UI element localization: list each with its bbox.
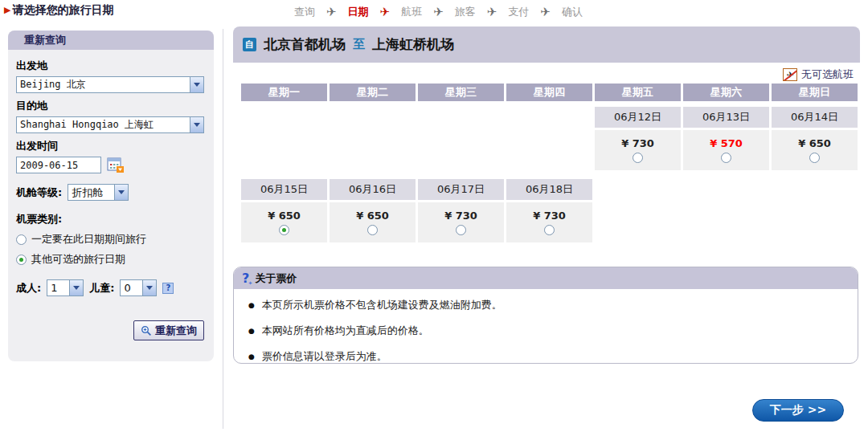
- fare-price: ¥ 730: [444, 210, 477, 222]
- fare-date: 06月16日: [330, 179, 416, 200]
- departure-city-select[interactable]: Beijing 北京: [16, 76, 204, 93]
- fare-date: 06月15日: [241, 179, 327, 200]
- departure-airport-name: 北京首都机场: [264, 35, 346, 54]
- fare-cell: 06月12日¥ 730: [595, 107, 681, 170]
- weekday-header-cell: 星期四: [506, 84, 592, 101]
- no-flight-legend: ✈ 无可选航班: [783, 67, 854, 82]
- no-flight-icon: ✈: [783, 68, 797, 81]
- main-panel: 自 北京首都机场 至 上海虹桥机场 ✈ 无可选航班 星期一星期二星期三星期四星期…: [233, 26, 860, 429]
- fare-price-box: ¥ 570: [683, 130, 769, 170]
- fare-note-item: ●票价信息请以登录后为准。: [248, 349, 858, 364]
- fare-price: ¥ 650: [798, 137, 831, 149]
- passenger-row: 成人: 1 儿童: 0 ?: [16, 279, 206, 296]
- fare-radio[interactable]: [367, 225, 378, 235]
- weekday-header-cell: 星期三: [418, 84, 504, 101]
- ticket-option-1: 一定要在此日期期间旅行: [16, 232, 206, 247]
- fare-date: 06月17日: [418, 179, 504, 200]
- fare-cell: 06月15日¥ 650: [241, 179, 327, 242]
- empty-cell: [595, 179, 681, 242]
- cabin-class-select[interactable]: 折扣舱: [68, 184, 129, 201]
- ticket-option-label: 一定要在此日期期间旅行: [31, 232, 146, 247]
- route-header: 自 北京首都机场 至 上海虹桥机场: [233, 26, 860, 63]
- fare-price: ¥ 650: [268, 210, 301, 222]
- fare-radio[interactable]: [633, 153, 643, 163]
- empty-cell: [330, 107, 416, 170]
- destination-city-select[interactable]: Shanghai Hongqiao 上海虹: [16, 116, 204, 133]
- plane-separator-icon: ✈: [380, 6, 391, 18]
- fare-radio[interactable]: [279, 225, 289, 235]
- destination-city-value: Shanghai Hongqiao 上海虹: [17, 117, 190, 132]
- breadcrumb: 查询✈日期✈航班✈旅客✈支付✈确认: [294, 5, 583, 19]
- research-button[interactable]: 重新查询: [133, 320, 204, 340]
- calendar-icon[interactable]: [107, 157, 124, 173]
- departure-date-input[interactable]: [16, 157, 101, 173]
- empty-cell: [241, 107, 327, 170]
- departure-date-row: [16, 157, 206, 173]
- departure-city-label: 出发地: [16, 59, 206, 73]
- fare-cell: 06月14日¥ 650: [772, 107, 858, 170]
- chevron-down-icon[interactable]: [190, 117, 203, 132]
- fare-radio[interactable]: [544, 225, 555, 235]
- fare-price: ¥ 570: [710, 137, 743, 149]
- fare-cell: 06月17日¥ 730: [418, 179, 504, 242]
- chevron-down-icon[interactable]: [114, 185, 128, 200]
- calendar-row-2: 06月15日¥ 65006月16日¥ 65006月17日¥ 73006月18日¥…: [241, 179, 858, 242]
- fare-price-box: ¥ 650: [772, 130, 858, 170]
- weekday-header-cell: 星期五: [595, 84, 681, 101]
- breadcrumb-step-5: 支付: [508, 5, 529, 19]
- next-step-button[interactable]: 下一步 >>: [752, 399, 844, 422]
- empty-cell: [418, 107, 504, 170]
- plane-separator-icon: ✈: [433, 6, 444, 18]
- fare-price-box: ¥ 650: [330, 202, 416, 242]
- plane-separator-icon: ✈: [540, 6, 551, 18]
- fare-date: 06月18日: [506, 179, 592, 200]
- weekday-header-cell: 星期日: [772, 84, 858, 101]
- child-label: 儿童:: [89, 281, 114, 295]
- fare-radio[interactable]: [456, 225, 466, 235]
- fare-note-item: ●本页所示机票价格不包含机场建设费及燃油附加费。: [248, 298, 858, 312]
- adult-count-value: 1: [47, 280, 69, 295]
- empty-cell: [506, 107, 592, 170]
- bullet-icon: ●: [248, 327, 255, 335]
- fare-price-box: ¥ 730: [506, 202, 592, 242]
- fare-date: 06月14日: [772, 107, 858, 128]
- cabin-class-label: 机舱等级:: [16, 185, 62, 200]
- sidebar-title: 重新查询: [8, 31, 214, 50]
- plane-separator-icon: ✈: [487, 6, 497, 18]
- cabin-class-row: 机舱等级: 折扣舱: [16, 184, 206, 201]
- adult-count-select[interactable]: 1: [47, 279, 84, 296]
- bullet-icon: ●: [248, 301, 255, 309]
- fare-price-box: ¥ 730: [595, 130, 681, 170]
- calendar-row-1: 06月12日¥ 73006月13日¥ 57006月14日¥ 650: [241, 107, 858, 170]
- child-count-select[interactable]: 0: [120, 279, 157, 296]
- destination-city-label: 目的地: [16, 99, 206, 113]
- fare-radio[interactable]: [721, 153, 731, 163]
- fare-price-box: ¥ 650: [241, 202, 327, 242]
- child-count-value: 0: [121, 280, 142, 295]
- fare-notes-box: ?✦ 关于票价 ●本页所示机票价格不包含机场建设费及燃油附加费。●本网站所有价格…: [233, 267, 858, 364]
- fare-price-box: ¥ 730: [418, 202, 504, 242]
- fare-note-item: ●本网站所有价格均为直减后的价格。: [248, 324, 858, 338]
- fare-cell: 06月18日¥ 730: [506, 179, 592, 242]
- chevron-down-icon[interactable]: [69, 280, 83, 295]
- ticket-type-label: 机票类别:: [16, 212, 206, 226]
- fare-note-text: 票价信息请以登录后为准。: [262, 349, 387, 364]
- ticket-option-radio[interactable]: [16, 255, 27, 265]
- fare-radio[interactable]: [809, 153, 820, 163]
- page-title-text: 请选择您的旅行日期: [12, 3, 113, 16]
- chevron-down-icon[interactable]: [190, 77, 203, 92]
- ticket-option-2: 其他可选的旅行日期: [16, 252, 206, 267]
- arrival-airport-name: 上海虹桥机场: [372, 35, 454, 54]
- fare-price: ¥ 730: [533, 210, 566, 222]
- help-icon[interactable]: ?: [162, 283, 174, 294]
- departure-date-label: 出发时间: [16, 139, 206, 153]
- plane-separator-icon: ✈: [326, 6, 337, 18]
- breadcrumb-step-6: 确认: [562, 5, 583, 19]
- ticket-option-radio[interactable]: [16, 234, 27, 245]
- search-sidebar: 重新查询 出发地 Beijing 北京 目的地 Shanghai Hongqia…: [8, 31, 214, 361]
- page-title: ▶请选择您的旅行日期: [4, 3, 113, 18]
- ticket-type-options: 一定要在此日期期间旅行其他可选的旅行日期: [16, 232, 206, 267]
- question-icon: ?✦: [242, 272, 249, 285]
- empty-cell: [772, 179, 858, 242]
- chevron-down-icon[interactable]: [142, 280, 156, 295]
